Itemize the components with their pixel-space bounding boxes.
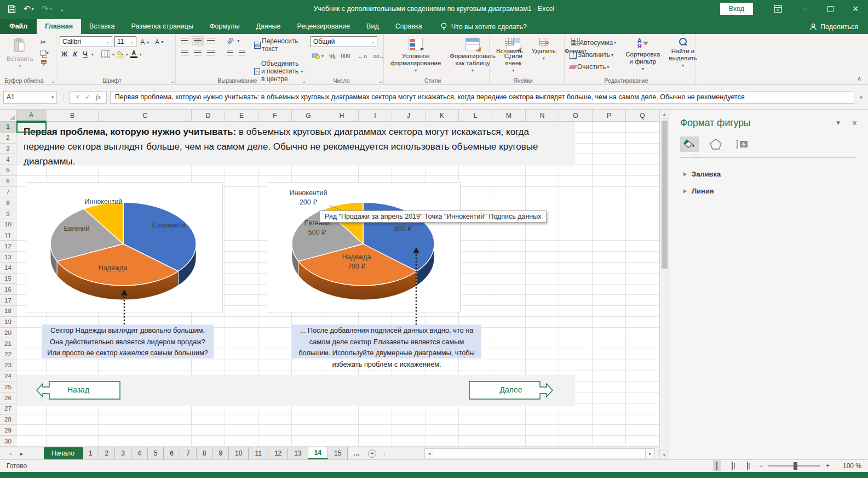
borders-icon[interactable] (101, 50, 110, 58)
fill-color-icon[interactable] (117, 50, 124, 58)
tab-home[interactable]: Главная (37, 19, 81, 34)
cut-button[interactable]: ✂ (39, 37, 50, 47)
sheet-tab-3[interactable]: 3 (115, 447, 131, 459)
hscroll-track[interactable] (434, 448, 645, 458)
expand-formula-bar-icon[interactable]: ▾ (858, 94, 865, 100)
column-header-E[interactable]: E (225, 110, 258, 122)
sheet-tab-overflow[interactable]: ... (348, 447, 365, 459)
comma-style-icon[interactable]: 000 (340, 52, 352, 60)
align-bottom-icon[interactable] (205, 37, 216, 44)
vertical-scrollbar[interactable]: ▴ ▾ (659, 110, 669, 459)
vscroll-thumb[interactable] (662, 121, 668, 269)
sheet-tab-2[interactable]: 2 (99, 447, 116, 459)
row-header-26[interactable]: 26 (0, 392, 16, 403)
align-top-icon[interactable] (179, 37, 190, 44)
orientation-icon[interactable]: ab (223, 34, 237, 47)
zoom-slider[interactable] (768, 465, 820, 466)
paste-button[interactable]: Вставить ▾ (3, 36, 37, 76)
font-size-select[interactable]: 11⌄ (114, 36, 136, 47)
tab-insert[interactable]: Вставка (81, 19, 123, 34)
column-header-G[interactable]: G (292, 110, 325, 122)
row-header-16[interactable]: 16 (0, 284, 16, 295)
select-all-corner[interactable] (0, 110, 16, 122)
column-header-D[interactable]: D (192, 110, 225, 122)
zoom-slider-handle[interactable] (794, 462, 797, 470)
sheet-tab-9[interactable]: 9 (212, 447, 229, 459)
row-header-24[interactable]: 24 (0, 371, 16, 382)
sheet-tab-14[interactable]: 14 (308, 447, 328, 459)
maximize-button[interactable] (818, 0, 843, 18)
row-header-2[interactable]: 2 (0, 133, 16, 144)
format-painter-icon[interactable] (39, 59, 50, 67)
sheet-tab-12[interactable]: 12 (268, 447, 288, 459)
row-header-10[interactable]: 10 (0, 219, 16, 230)
column-header-Q[interactable]: Q (626, 110, 659, 122)
sheet-tab-1[interactable]: 1 (83, 447, 99, 459)
column-header-J[interactable]: J (392, 110, 426, 122)
number-format-select[interactable]: Общий⌄ (311, 36, 377, 47)
horizontal-scrollbar[interactable]: ◂ ▸ (424, 448, 655, 458)
new-sheet-icon[interactable]: + (365, 447, 378, 459)
fill-section-header[interactable]: Заливка (680, 166, 857, 183)
vscroll-down-icon[interactable]: ▾ (660, 450, 669, 459)
sheet-tab-13[interactable]: 13 (288, 447, 308, 459)
column-header-N[interactable]: N (526, 110, 559, 122)
row-header-9[interactable]: 9 (0, 208, 16, 219)
hscroll-right-icon[interactable]: ▸ (645, 448, 655, 458)
sheet-tab-5[interactable]: 5 (148, 447, 164, 459)
sheet-tab-15[interactable]: 15 (328, 447, 348, 459)
column-header-M[interactable]: M (492, 110, 526, 122)
row-header-4[interactable]: 4 (0, 154, 16, 165)
sheet-tab-8[interactable]: 8 (197, 447, 213, 459)
column-header-C[interactable]: C (99, 110, 192, 122)
name-box[interactable]: A1▾ (3, 91, 57, 104)
borders-dropdown[interactable]: ▾ (112, 52, 114, 57)
sheet-tab-10[interactable]: 10 (229, 447, 249, 459)
decrease-font-icon[interactable]: A▼ (154, 37, 166, 46)
column-header-K[interactable]: K (426, 110, 459, 122)
minimize-button[interactable]: − (792, 0, 818, 18)
wrap-text-button[interactable]: ab Переносить текст (252, 36, 305, 54)
fill-button[interactable]: ↓Заполнить▾ (568, 50, 618, 60)
cells-area[interactable]: Первая проблема, которую нужно учитывать… (16, 122, 659, 447)
row-header-18[interactable]: 18 (0, 306, 16, 317)
currency-format-icon[interactable]: ▾ (311, 52, 325, 60)
row-header-8[interactable]: 8 (0, 197, 16, 208)
decrease-indent-icon[interactable] (225, 49, 235, 56)
column-header-L[interactable]: L (459, 110, 492, 122)
font-color-dropdown[interactable]: ▾ (140, 52, 142, 57)
row-header-7[interactable]: 7 (0, 187, 16, 198)
hscroll-left-icon[interactable]: ◂ (424, 448, 434, 458)
underline-button[interactable]: Ч (81, 50, 89, 58)
tab-data[interactable]: Данные (248, 19, 289, 34)
pane-close-icon[interactable]: × (852, 118, 857, 128)
column-header-B[interactable]: B (47, 110, 99, 122)
next-sheet-icon[interactable]: ▸ (20, 451, 23, 457)
sort-filter-button[interactable]: АЯ Сортировка и фильтр▾ (622, 36, 663, 76)
zoom-level[interactable]: 100 % (837, 462, 861, 470)
normal-view-icon[interactable] (713, 460, 721, 471)
column-header-O[interactable]: O (559, 110, 593, 122)
tab-review[interactable]: Рецензирование (289, 19, 359, 34)
pie-chart-3d-with-labels[interactable]: 800 ₽Надежда700 ₽Евгений500 ₽Иннокентий2… (267, 182, 461, 312)
share-button[interactable]: Поделиться (809, 23, 868, 34)
confirm-entry-icon[interactable]: ✓ (85, 93, 90, 101)
sheet-tab-4[interactable]: 4 (131, 447, 148, 459)
insert-function-icon[interactable]: fx (96, 93, 101, 101)
row-header-21[interactable]: 21 (0, 338, 16, 349)
delete-cells-button[interactable]: ✕ Удалить▾ (528, 36, 559, 76)
font-dialog-launcher[interactable]: ⌟ (171, 78, 174, 83)
row-header-5[interactable]: 5 (0, 165, 16, 176)
collapse-ribbon-icon[interactable]: ∧ (857, 75, 861, 82)
row-header-20[interactable]: 20 (0, 328, 16, 339)
column-header-I[interactable]: I (359, 110, 392, 122)
number-dialog-launcher[interactable]: ⌟ (380, 78, 382, 83)
sign-in-button[interactable]: Вход (720, 3, 753, 15)
insert-cells-button[interactable]: → Вставить▾ (493, 36, 526, 76)
italic-button[interactable]: К (71, 50, 79, 58)
align-center-icon[interactable] (192, 49, 203, 56)
row-header-23[interactable]: 23 (0, 360, 16, 371)
copy-button[interactable]: ▾ (39, 49, 50, 57)
underline-dropdown[interactable]: ▾ (91, 52, 94, 57)
column-header-A[interactable]: A (16, 110, 47, 122)
